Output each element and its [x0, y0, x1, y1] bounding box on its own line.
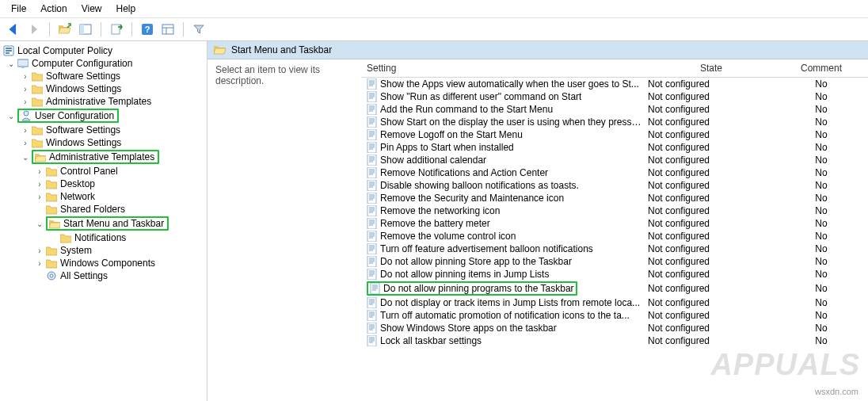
list-row[interactable]: Add the Run command to the Start MenuNot…	[362, 103, 868, 116]
list-header[interactable]: Setting State Comment	[362, 59, 868, 78]
setting-comment: No	[775, 142, 868, 153]
list-row[interactable]: Pin Apps to Start when installedNot conf…	[362, 141, 868, 154]
setting-state: Not configured	[648, 297, 775, 308]
expand-icon[interactable]: ⌄	[21, 153, 30, 162]
setting-name: Disable showing balloon notifications as…	[380, 180, 579, 191]
folder-open-icon	[35, 151, 46, 162]
expand-icon[interactable]: ›	[35, 246, 44, 255]
tree-root[interactable]: Local Computer Policy	[2, 44, 207, 57]
tree-item[interactable]: › Windows Settings	[2, 82, 207, 95]
list-row[interactable]: Remove the battery meterNot configuredNo	[362, 217, 868, 230]
column-setting[interactable]: Setting	[367, 63, 648, 74]
list-row[interactable]: Do not allow pinning Store app to the Ta…	[362, 255, 868, 268]
list-row[interactable]: Remove the Security and Maintenance icon…	[362, 192, 868, 204]
tree-item[interactable]: › Windows Settings	[2, 136, 207, 149]
column-comment[interactable]: Comment	[775, 63, 868, 74]
tree-user-configuration[interactable]: ⌄ User Configuration	[2, 108, 207, 124]
toolbar: ?	[0, 18, 868, 41]
expand-icon[interactable]: ›	[21, 85, 30, 94]
user-icon	[21, 110, 32, 121]
expand-icon[interactable]: ⌄	[6, 59, 16, 68]
expand-icon[interactable]: ›	[35, 259, 44, 268]
expand-icon[interactable]: ›	[21, 139, 30, 147]
setting-comment: No	[775, 231, 868, 242]
list-row[interactable]: Turn off automatic promotion of notifica…	[362, 309, 868, 322]
settings-list[interactable]: Setting State Comment Show the Apps view…	[362, 59, 868, 401]
expand-icon[interactable]: ›	[35, 193, 44, 201]
tree-item[interactable]: › System	[2, 244, 207, 257]
list-row[interactable]: Remove the volume control iconNot config…	[362, 230, 868, 243]
tree-label: Local Computer Policy	[16, 45, 114, 56]
expand-icon[interactable]: ⌄	[35, 220, 44, 228]
setting-name: Show Windows Store apps on the taskbar	[380, 323, 557, 334]
up-button[interactable]	[56, 21, 74, 38]
list-row[interactable]: Disable showing balloon notifications as…	[362, 179, 868, 192]
tree-admin-templates[interactable]: ⌄ Administrative Templates	[2, 149, 207, 165]
list-row[interactable]: Do not display or track items in Jump Li…	[362, 296, 868, 309]
tree-label: Shared Folders	[59, 204, 127, 215]
list-row[interactable]: Do not allow pinning items in Jump Lists…	[362, 268, 868, 281]
menu-help[interactable]: Help	[110, 2, 143, 16]
setting-state: Not configured	[648, 283, 775, 294]
list-row[interactable]: Show "Run as different user" command on …	[362, 90, 868, 103]
list-row[interactable]: Remove Notifications and Action CenterNo…	[362, 166, 868, 179]
setting-name: Do not allow pinning Store app to the Ta…	[380, 256, 572, 267]
expand-icon[interactable]: ›	[21, 126, 30, 135]
setting-state: Not configured	[648, 243, 775, 254]
expand-icon[interactable]: ⌄	[6, 112, 16, 120]
setting-name: Show the Apps view automatically when th…	[380, 78, 639, 90]
list-row[interactable]: Show Start on the display the user is us…	[362, 116, 868, 128]
tree-item[interactable]: › Software Settings	[2, 124, 207, 136]
setting-name: Show additional calendar	[380, 155, 486, 166]
tree-pane[interactable]: Local Computer Policy ⌄ Computer Configu…	[0, 41, 207, 401]
tree-item[interactable]: › Administrative Templates	[2, 95, 207, 108]
tree-item[interactable]: Notifications	[2, 231, 207, 244]
menu-action[interactable]: Action	[34, 2, 73, 16]
back-button[interactable]	[5, 21, 22, 38]
setting-icon	[367, 167, 377, 178]
tree-item[interactable]: › Software Settings	[2, 70, 207, 82]
expand-icon[interactable]: ›	[21, 72, 30, 81]
list-row[interactable]: Remove Logoff on the Start MenuNot confi…	[362, 128, 868, 141]
properties-button[interactable]	[159, 21, 177, 38]
watermark-small: wsxdn.com	[815, 387, 858, 396]
tree-item[interactable]: › Desktop	[2, 178, 207, 190]
setting-name: Remove the Security and Maintenance icon	[380, 193, 564, 204]
expand-icon[interactable]: ›	[21, 97, 30, 106]
export-button[interactable]	[108, 21, 125, 38]
filter-button[interactable]	[190, 21, 207, 38]
tree-start-menu-taskbar[interactable]: ⌄ Start Menu and Taskbar	[2, 216, 207, 231]
setting-state: Not configured	[648, 323, 775, 334]
tree-item[interactable]: › Windows Components	[2, 257, 207, 269]
tree-computer-configuration[interactable]: ⌄ Computer Configuration	[2, 57, 207, 70]
setting-name: Remove the battery meter	[380, 218, 490, 229]
show-hide-tree-button[interactable]	[77, 21, 94, 38]
menu-view[interactable]: View	[75, 2, 108, 16]
list-row[interactable]: Do not allow pinning programs to the Tas…	[362, 281, 868, 296]
tree-all-settings[interactable]: All Settings	[2, 269, 207, 282]
setting-state: Not configured	[648, 104, 775, 115]
help-button[interactable]: ?	[139, 21, 156, 38]
setting-comment: No	[775, 180, 868, 191]
list-row[interactable]: Turn off feature advertisement balloon n…	[362, 243, 868, 255]
expand-icon[interactable]: ›	[35, 180, 44, 189]
list-row[interactable]: Remove the networking iconNot configured…	[362, 204, 868, 217]
setting-comment: No	[775, 297, 868, 308]
list-row[interactable]: Show additional calendarNot configuredNo	[362, 154, 868, 166]
pc-icon	[17, 58, 29, 69]
setting-state: Not configured	[648, 335, 775, 346]
tree-item[interactable]: › Network	[2, 190, 207, 203]
forward-button[interactable]	[25, 21, 43, 38]
list-row[interactable]: Show the Apps view automatically when th…	[362, 78, 868, 90]
tree-item[interactable]: Shared Folders	[2, 203, 207, 216]
expand-icon[interactable]: ›	[35, 167, 44, 176]
tree-item[interactable]: › Control Panel	[2, 165, 207, 178]
list-row[interactable]: Show Windows Store apps on the taskbarNo…	[362, 322, 868, 334]
setting-comment: No	[775, 104, 868, 115]
menu-file[interactable]: File	[5, 2, 32, 16]
list-row[interactable]: Lock all taskbar settingsNot configuredN…	[362, 334, 868, 347]
setting-comment: No	[775, 193, 868, 204]
setting-name: Remove Logoff on the Start Menu	[380, 129, 523, 140]
column-state[interactable]: State	[648, 63, 775, 74]
setting-icon	[367, 129, 377, 140]
